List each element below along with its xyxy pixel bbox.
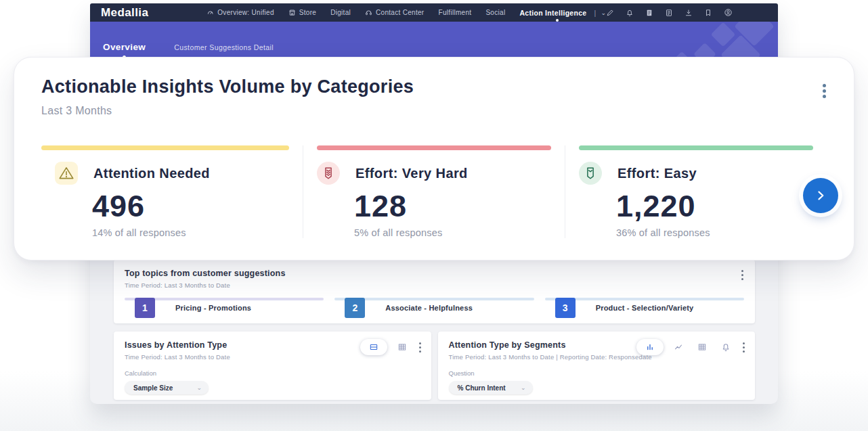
kpi-attention-needed: Attention Needed 496 14% of all response…	[41, 145, 303, 238]
accent-bar	[41, 145, 289, 150]
kebab-menu-icon[interactable]	[739, 268, 745, 282]
section-banner: Overview Customer Suggestions Detail	[90, 22, 778, 59]
kpi-name: Effort: Easy	[617, 166, 697, 181]
actionable-insights-overlay-card: Actionable Insights Volume by Categories…	[14, 57, 854, 260]
top-action-icons	[606, 8, 733, 17]
nav-item-fulfillment[interactable]: Fulfillment	[439, 9, 472, 16]
separator: |	[594, 9, 596, 17]
top-topics-card: Top topics from customer suggestions Tim…	[114, 260, 755, 323]
gauge-icon	[207, 9, 214, 16]
nav-item-contact-center[interactable]: Contact Center	[365, 9, 424, 16]
table-view-icon[interactable]	[693, 339, 711, 355]
overlay-subtitle: Last 3 Months	[41, 105, 112, 117]
chevron-down-icon: ⌄	[601, 11, 607, 15]
store-icon	[288, 9, 296, 16]
calculation-dropdown[interactable]: Sample Size ⌄	[125, 381, 209, 394]
warning-triangle-icon	[55, 162, 78, 185]
effort-badge-easy-icon	[579, 162, 602, 185]
top-navbar: Medallia Overview: Unified Store Digital	[90, 3, 778, 22]
kpi-effort-easy: Effort: Easy 1,220 36% of all responses	[565, 145, 827, 238]
kpi-caption: 36% of all responses	[616, 227, 827, 238]
kpi-caption: 5% of all responses	[354, 227, 565, 238]
accent-bar	[317, 145, 551, 150]
chevron-down-icon: ⌄	[521, 384, 526, 391]
topic-rank-badge: 3	[555, 298, 576, 318]
topic-rank-badge: 1	[135, 298, 155, 318]
topic-item[interactable]: 1 Pricing - Promotions	[125, 298, 324, 321]
topic-label: Associate - Helpfulness	[385, 298, 473, 318]
accent-bar	[579, 145, 813, 150]
main-menu: Overview: Unified Store Digital Contact …	[207, 9, 606, 17]
tab-customer-suggestions-detail[interactable]: Customer Suggestions Detail	[174, 43, 274, 51]
kpi-name: Attention Needed	[93, 166, 210, 181]
card-subtitle: Time Period: Last 3 Months to Date	[125, 281, 744, 289]
pencil-icon[interactable]	[606, 9, 614, 17]
issues-by-attention-type-card: Issues by Attention Type Time Period: La…	[114, 332, 431, 400]
card-toolbar	[360, 339, 423, 355]
nav-item-action-intelligence[interactable]: Action Intelligence | ⌄	[519, 9, 606, 17]
nav-item-store[interactable]: Store	[288, 9, 316, 16]
form-icon[interactable]	[665, 9, 673, 17]
nav-item-overview-unified[interactable]: Overview: Unified	[207, 9, 274, 16]
next-arrow-button[interactable]	[803, 178, 838, 213]
topic-label: Product - Selection/Variety	[596, 298, 694, 318]
line-chart-view-icon[interactable]	[670, 339, 687, 355]
card-title: Top topics from customer suggestions	[125, 269, 744, 278]
download-icon[interactable]	[685, 9, 693, 17]
horizontal-bar-view-icon[interactable]	[360, 339, 387, 355]
attention-type-by-segments-card: Attention Type by Segments Time Period: …	[438, 332, 756, 400]
account-icon[interactable]	[724, 8, 733, 17]
alert-bell-icon[interactable]	[717, 339, 735, 355]
effort-badge-hard-icon	[317, 162, 340, 185]
report-icon[interactable]	[645, 9, 653, 17]
card-toolbar	[636, 339, 747, 355]
bell-icon[interactable]	[626, 9, 634, 17]
table-view-icon[interactable]	[393, 339, 411, 355]
active-indicator-dot	[556, 19, 559, 22]
filter-label: Calculation	[125, 369, 420, 377]
kpi-value: 496	[92, 189, 303, 224]
kebab-menu-icon[interactable]	[821, 82, 828, 100]
filter-label: Question	[449, 369, 745, 377]
topic-item[interactable]: 2 Associate - Helpfulness	[334, 298, 534, 321]
kpi-name: Effort: Very Hard	[355, 166, 468, 181]
bar-chart-view-icon[interactable]	[636, 339, 664, 355]
topic-rank-badge: 2	[345, 298, 365, 318]
medallia-logo: Medallia	[101, 6, 148, 20]
kpi-value: 1,220	[616, 189, 827, 224]
chevron-down-icon: ⌄	[196, 384, 202, 391]
topic-label: Pricing - Promotions	[175, 298, 251, 318]
tab-overview[interactable]: Overview	[103, 42, 146, 52]
kpi-caption: 14% of all responses	[92, 227, 303, 238]
kpi-value: 128	[354, 189, 565, 224]
topic-item[interactable]: 3 Product - Selection/Variety	[545, 298, 744, 321]
question-dropdown[interactable]: % Churn Intent ⌄	[449, 381, 533, 394]
kpi-effort-very-hard: Effort: Very Hard 128 5% of all response…	[303, 145, 565, 238]
nav-item-digital[interactable]: Digital	[330, 9, 351, 16]
bottom-cards-row: Issues by Attention Type Time Period: La…	[114, 332, 755, 400]
subnav-tabs: Overview Customer Suggestions Detail	[103, 42, 274, 52]
nav-item-social[interactable]: Social	[485, 9, 505, 16]
kebab-menu-icon[interactable]	[741, 340, 747, 355]
headset-icon	[365, 9, 372, 16]
kebab-menu-icon[interactable]	[417, 340, 423, 355]
topics-row: 1 Pricing - Promotions 2 Associate - Hel…	[125, 298, 744, 321]
bookmark-icon[interactable]	[704, 9, 712, 17]
kpi-row: Attention Needed 496 14% of all response…	[41, 145, 827, 238]
overlay-title: Actionable Insights Volume by Categories	[41, 76, 414, 97]
